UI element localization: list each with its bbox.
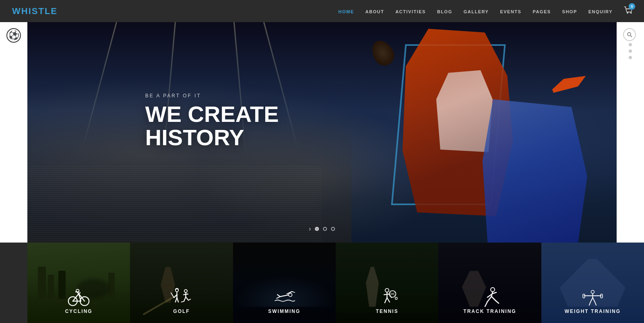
svg-line-24 <box>184 297 186 301</box>
logo-text-part1: WH <box>12 6 29 16</box>
logo-highlight: i <box>29 6 32 16</box>
tennis-icon <box>376 286 398 309</box>
slider-arrow-icon[interactable]: › <box>309 225 311 232</box>
search-icon <box>627 32 632 37</box>
nav-item-pages[interactable]: PAGES <box>533 8 551 15</box>
nav-link-about[interactable]: ABOUT <box>365 9 384 14</box>
svg-line-20 <box>171 293 174 298</box>
svg-point-28 <box>289 293 292 296</box>
activity-card-tennis[interactable]: TENNIS <box>336 243 438 323</box>
activity-card-track[interactable]: TRACK TRAINING <box>438 243 541 323</box>
weight-icon <box>582 286 604 309</box>
cart-icon[interactable]: 0 <box>624 6 632 16</box>
slider-dot-2[interactable] <box>323 227 327 231</box>
activity-card-cycling[interactable]: CYCLING <box>27 243 130 323</box>
tennis-content: TENNIS <box>336 243 438 323</box>
activity-card-golf[interactable]: GOLF <box>130 243 233 323</box>
svg-line-51 <box>495 300 499 303</box>
soccer-ball-icon[interactable]: ⚽ <box>6 28 21 43</box>
svg-line-37 <box>385 298 387 303</box>
track-label: TRACK TRAINING <box>463 309 516 314</box>
nav-link-events[interactable]: EVENTS <box>500 9 521 14</box>
svg-line-26 <box>182 301 184 302</box>
golf-label: GOLF <box>173 309 190 314</box>
svg-line-6 <box>73 294 79 301</box>
svg-rect-58 <box>601 294 603 298</box>
nav-item-about[interactable]: ABOUT <box>365 8 384 15</box>
nav-item-enquiry[interactable]: ENQUIRY <box>588 8 613 15</box>
right-sidebar <box>617 22 644 243</box>
cart-count-badge: 0 <box>629 3 635 10</box>
nav-item-blog[interactable]: BLOG <box>437 8 452 15</box>
hero-title-line1: WE CREATE <box>145 101 279 127</box>
cycling-content: CYCLING <box>27 243 130 323</box>
nav-link-blog[interactable]: BLOG <box>437 9 452 14</box>
swimming-content: SWIMMING <box>233 243 336 323</box>
golf-content: GOLF <box>130 243 233 323</box>
svg-point-52 <box>591 290 594 294</box>
svg-line-29 <box>280 295 289 296</box>
svg-line-25 <box>186 297 188 300</box>
hero-title: WE CREATE HISTORY <box>145 103 279 150</box>
svg-point-0 <box>627 12 628 13</box>
brand-logo[interactable]: WHiSTLE <box>12 6 58 16</box>
svg-line-62 <box>595 302 596 305</box>
track-content: TRACK TRAINING <box>438 243 541 323</box>
nav-item-events[interactable]: EVENTS <box>500 8 521 15</box>
svg-line-3 <box>631 36 632 37</box>
hero-background: BE A PART OF IT WE CREATE HISTORY › <box>27 22 617 243</box>
nav-link-shop[interactable]: SHOP <box>562 9 577 14</box>
track-icon <box>479 286 501 309</box>
cycling-icon <box>68 286 90 309</box>
nav-link-enquiry[interactable]: ENQUIRY <box>588 9 613 14</box>
hero-eyebrow-text: BE A PART OF IT <box>145 93 279 99</box>
svg-point-34 <box>385 288 389 292</box>
svg-line-23 <box>184 294 188 295</box>
search-button[interactable] <box>623 28 636 41</box>
player-leg <box>550 72 587 95</box>
slider-indicators: › <box>309 225 335 232</box>
svg-line-59 <box>590 298 593 302</box>
slider-dot-1[interactable] <box>315 227 319 231</box>
navbar: WHiSTLE HOME ABOUT ACTIVITIES BLOG GALLE… <box>0 0 644 22</box>
nav-link-activities[interactable]: ACTIVITIES <box>395 9 426 14</box>
svg-line-60 <box>592 298 595 302</box>
svg-line-27 <box>188 299 191 300</box>
nav-item-home[interactable]: HOME <box>339 8 354 15</box>
scroll-dot-5 <box>629 56 632 59</box>
hero-section: BE A PART OF IT WE CREATE HISTORY › <box>27 22 617 243</box>
svg-point-2 <box>627 33 631 36</box>
logo-text-part2: STLE <box>32 6 58 16</box>
hero-title-line2: HISTORY <box>145 125 244 150</box>
golf-icon <box>170 286 192 309</box>
svg-line-14 <box>78 292 79 294</box>
svg-point-1 <box>631 12 632 13</box>
nav-menu: HOME ABOUT ACTIVITIES BLOG GALLERY EVENT… <box>339 6 632 16</box>
player-blue-body <box>483 99 587 243</box>
scroll-dot-4 <box>629 49 632 53</box>
slider-dot-3[interactable] <box>331 227 335 231</box>
swimming-label: SWIMMING <box>268 309 300 314</box>
svg-line-19 <box>177 298 179 302</box>
nav-item-shop[interactable]: SHOP <box>562 8 577 15</box>
svg-line-33 <box>277 296 280 298</box>
activity-card-swimming[interactable]: SWIMMING <box>233 243 336 323</box>
svg-rect-57 <box>583 294 585 298</box>
cart-button[interactable]: 0 <box>624 6 632 16</box>
nav-link-gallery[interactable]: GALLERY <box>464 9 489 14</box>
swimming-icon <box>273 286 295 309</box>
tennis-label: TENNIS <box>376 309 398 314</box>
weight-label: WEIGHT TRAINING <box>565 309 621 314</box>
activities-strip: CYCLING <box>27 243 644 323</box>
activity-card-weight[interactable]: WEIGHT TRAINING <box>541 243 644 323</box>
svg-line-32 <box>277 294 280 296</box>
weight-content: WEIGHT TRAINING <box>541 243 644 323</box>
nav-link-home[interactable]: HOME <box>339 9 354 14</box>
svg-point-44 <box>491 288 495 292</box>
left-sidebar: ⚽ <box>0 22 27 243</box>
nav-link-pages[interactable]: PAGES <box>533 9 551 14</box>
nav-item-gallery[interactable]: GALLERY <box>464 8 489 15</box>
svg-line-38 <box>387 298 390 302</box>
svg-line-61 <box>589 302 590 305</box>
nav-item-activities[interactable]: ACTIVITIES <box>395 8 426 15</box>
